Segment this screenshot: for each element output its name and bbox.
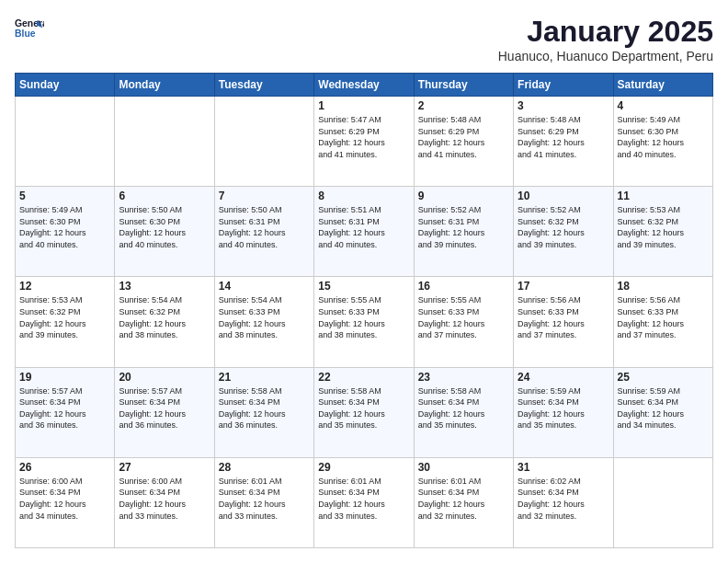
day-info: Sunrise: 5:54 AM Sunset: 6:33 PM Dayligh… [219, 294, 310, 340]
day-number: 21 [219, 371, 310, 384]
day-info: Sunrise: 5:58 AM Sunset: 6:34 PM Dayligh… [418, 385, 509, 431]
day-number: 8 [318, 190, 409, 202]
calendar-cell: 11Sunrise: 5:53 AM Sunset: 6:32 PM Dayli… [613, 187, 712, 277]
day-number: 10 [518, 190, 609, 202]
calendar-cell: 5Sunrise: 5:49 AM Sunset: 6:30 PM Daylig… [16, 187, 115, 277]
calendar-cell: 28Sunrise: 6:01 AM Sunset: 6:34 PM Dayli… [214, 457, 313, 547]
day-number: 30 [418, 461, 509, 474]
day-info: Sunrise: 5:54 AM Sunset: 6:32 PM Dayligh… [119, 294, 210, 340]
day-info: Sunrise: 5:55 AM Sunset: 6:33 PM Dayligh… [318, 294, 409, 340]
day-number: 19 [19, 371, 110, 384]
day-number: 23 [418, 371, 509, 384]
day-number: 3 [518, 99, 609, 112]
day-info: Sunrise: 6:01 AM Sunset: 6:34 PM Dayligh… [219, 476, 310, 522]
calendar-cell: 25Sunrise: 5:59 AM Sunset: 6:34 PM Dayli… [613, 367, 712, 457]
day-info: Sunrise: 5:47 AM Sunset: 6:29 PM Dayligh… [318, 114, 409, 160]
day-info: Sunrise: 5:56 AM Sunset: 6:33 PM Dayligh… [518, 294, 609, 340]
calendar-cell: 15Sunrise: 5:55 AM Sunset: 6:33 PM Dayli… [314, 277, 414, 367]
day-info: Sunrise: 6:02 AM Sunset: 6:34 PM Dayligh… [518, 476, 609, 522]
calendar-cell: 4Sunrise: 5:49 AM Sunset: 6:30 PM Daylig… [613, 97, 712, 187]
calendar-cell: 29Sunrise: 6:01 AM Sunset: 6:34 PM Dayli… [314, 457, 414, 547]
day-info: Sunrise: 5:57 AM Sunset: 6:34 PM Dayligh… [119, 385, 210, 431]
calendar-cell [613, 457, 712, 547]
calendar-cell: 3Sunrise: 5:48 AM Sunset: 6:29 PM Daylig… [514, 97, 613, 187]
weekday-header-tuesday: Tuesday [214, 74, 313, 97]
calendar-cell: 2Sunrise: 5:48 AM Sunset: 6:29 PM Daylig… [414, 97, 513, 187]
month-title: January 2025 [498, 15, 713, 49]
calendar-cell [214, 97, 313, 187]
day-number: 9 [418, 190, 509, 202]
day-info: Sunrise: 6:00 AM Sunset: 6:34 PM Dayligh… [119, 476, 210, 522]
day-info: Sunrise: 5:53 AM Sunset: 6:32 PM Dayligh… [618, 204, 709, 250]
week-row-2: 5Sunrise: 5:49 AM Sunset: 6:30 PM Daylig… [16, 187, 713, 277]
day-info: Sunrise: 5:48 AM Sunset: 6:29 PM Dayligh… [418, 114, 509, 160]
day-info: Sunrise: 5:58 AM Sunset: 6:34 PM Dayligh… [219, 385, 310, 431]
day-info: Sunrise: 5:49 AM Sunset: 6:30 PM Dayligh… [19, 204, 110, 250]
day-number: 6 [119, 190, 210, 202]
calendar-cell: 19Sunrise: 5:57 AM Sunset: 6:34 PM Dayli… [16, 367, 115, 457]
day-number: 14 [219, 280, 310, 293]
calendar-cell: 6Sunrise: 5:50 AM Sunset: 6:30 PM Daylig… [115, 187, 214, 277]
day-number: 15 [318, 280, 409, 293]
calendar-cell: 20Sunrise: 5:57 AM Sunset: 6:34 PM Dayli… [115, 367, 214, 457]
calendar-cell: 26Sunrise: 6:00 AM Sunset: 6:34 PM Dayli… [16, 457, 115, 547]
calendar-cell [16, 97, 115, 187]
logo-icon: General Blue [15, 15, 44, 44]
day-info: Sunrise: 5:58 AM Sunset: 6:34 PM Dayligh… [318, 385, 409, 431]
calendar-cell: 14Sunrise: 5:54 AM Sunset: 6:33 PM Dayli… [214, 277, 313, 367]
day-number: 1 [318, 99, 409, 112]
day-info: Sunrise: 5:51 AM Sunset: 6:31 PM Dayligh… [318, 204, 409, 250]
weekday-header-row: SundayMondayTuesdayWednesdayThursdayFrid… [16, 74, 713, 97]
day-number: 12 [19, 280, 110, 293]
week-row-5: 26Sunrise: 6:00 AM Sunset: 6:34 PM Dayli… [16, 457, 713, 547]
calendar-cell: 9Sunrise: 5:52 AM Sunset: 6:31 PM Daylig… [414, 187, 513, 277]
calendar-cell: 8Sunrise: 5:51 AM Sunset: 6:31 PM Daylig… [314, 187, 414, 277]
calendar-cell: 31Sunrise: 6:02 AM Sunset: 6:34 PM Dayli… [514, 457, 613, 547]
header: General Blue January 2025 Huanuco, Huanu… [15, 15, 713, 63]
day-number: 2 [418, 99, 509, 112]
day-number: 16 [418, 280, 509, 293]
calendar-cell: 7Sunrise: 5:50 AM Sunset: 6:31 PM Daylig… [214, 187, 313, 277]
calendar-cell: 21Sunrise: 5:58 AM Sunset: 6:34 PM Dayli… [214, 367, 313, 457]
day-number: 18 [618, 280, 709, 293]
calendar-cell: 18Sunrise: 5:56 AM Sunset: 6:33 PM Dayli… [613, 277, 712, 367]
calendar-cell: 16Sunrise: 5:55 AM Sunset: 6:33 PM Dayli… [414, 277, 513, 367]
svg-text:Blue: Blue [15, 29, 36, 39]
day-info: Sunrise: 6:01 AM Sunset: 6:34 PM Dayligh… [418, 476, 509, 522]
week-row-3: 12Sunrise: 5:53 AM Sunset: 6:32 PM Dayli… [16, 277, 713, 367]
day-number: 4 [618, 99, 709, 112]
day-number: 26 [19, 461, 110, 474]
day-info: Sunrise: 5:53 AM Sunset: 6:32 PM Dayligh… [19, 294, 110, 340]
day-info: Sunrise: 5:48 AM Sunset: 6:29 PM Dayligh… [518, 114, 609, 160]
day-number: 20 [119, 371, 210, 384]
weekday-header-wednesday: Wednesday [314, 74, 414, 97]
calendar-cell: 24Sunrise: 5:59 AM Sunset: 6:34 PM Dayli… [514, 367, 613, 457]
day-info: Sunrise: 5:59 AM Sunset: 6:34 PM Dayligh… [518, 385, 609, 431]
weekday-header-saturday: Saturday [613, 74, 712, 97]
page: General Blue January 2025 Huanuco, Huanu… [0, 0, 728, 563]
calendar-cell: 22Sunrise: 5:58 AM Sunset: 6:34 PM Dayli… [314, 367, 414, 457]
weekday-header-thursday: Thursday [414, 74, 513, 97]
day-number: 5 [19, 190, 110, 202]
calendar-cell: 30Sunrise: 6:01 AM Sunset: 6:34 PM Dayli… [414, 457, 513, 547]
day-info: Sunrise: 5:52 AM Sunset: 6:31 PM Dayligh… [418, 204, 509, 250]
day-number: 28 [219, 461, 310, 474]
weekday-header-sunday: Sunday [16, 74, 115, 97]
calendar-cell [115, 97, 214, 187]
day-info: Sunrise: 5:50 AM Sunset: 6:31 PM Dayligh… [219, 204, 310, 250]
calendar-cell: 13Sunrise: 5:54 AM Sunset: 6:32 PM Dayli… [115, 277, 214, 367]
day-number: 31 [518, 461, 609, 474]
day-number: 25 [618, 371, 709, 384]
day-number: 13 [119, 280, 210, 293]
day-number: 17 [518, 280, 609, 293]
day-number: 27 [119, 461, 210, 474]
day-info: Sunrise: 5:55 AM Sunset: 6:33 PM Dayligh… [418, 294, 509, 340]
logo: General Blue [15, 15, 44, 44]
day-number: 29 [318, 461, 409, 474]
weekday-header-monday: Monday [115, 74, 214, 97]
day-number: 24 [518, 371, 609, 384]
calendar-cell: 12Sunrise: 5:53 AM Sunset: 6:32 PM Dayli… [16, 277, 115, 367]
day-info: Sunrise: 6:01 AM Sunset: 6:34 PM Dayligh… [318, 476, 409, 522]
week-row-1: 1Sunrise: 5:47 AM Sunset: 6:29 PM Daylig… [16, 97, 713, 187]
day-info: Sunrise: 6:00 AM Sunset: 6:34 PM Dayligh… [19, 476, 110, 522]
